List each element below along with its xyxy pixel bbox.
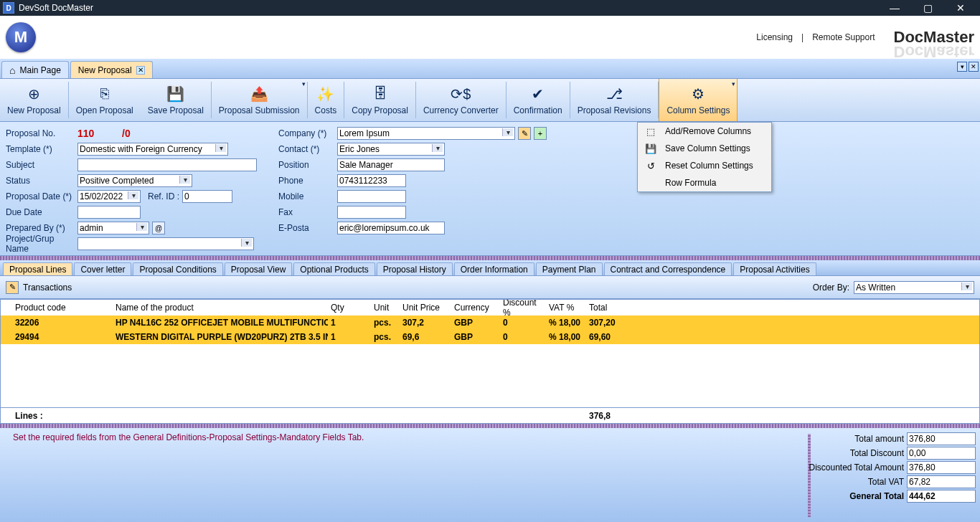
template-label: Template (*) [6,144,75,154]
new-proposal-label: New Proposal [7,105,61,115]
ref-id-input[interactable] [182,190,232,203]
tab-close-icon[interactable]: ✕ [136,66,145,75]
cell-qty: 1 [328,318,371,328]
position-input[interactable] [337,158,445,171]
tab-close-all-button[interactable]: ✕ [969,62,979,72]
subtab-proposal-history[interactable]: Proposal History [377,262,453,275]
subtab-proposal-lines[interactable]: Proposal Lines [3,262,72,275]
general-total-value[interactable] [907,490,976,503]
subtab-payment-plan[interactable]: Payment Plan [536,262,603,275]
transactions-edit-button[interactable]: ✎ [6,281,19,294]
discounted-total-label: Discounted Total Amount [809,462,904,473]
copy-proposal-label: Copy Proposal [352,105,408,115]
header-vat[interactable]: VAT % [546,303,586,313]
status-label: Status [6,176,75,186]
phone-input[interactable] [337,174,406,187]
header-currency[interactable]: Currency [451,303,500,313]
order-by-label: Order By: [813,283,849,293]
revisions-label: Proposal Revisions [578,105,651,115]
proposal-date-input[interactable]: 15/02/2022 [77,190,141,203]
order-by-select[interactable]: As Written [854,281,974,294]
tab-new-proposal-label: New Proposal [78,65,132,75]
subtab-cover-letter[interactable]: Cover letter [74,262,131,275]
header-product-code[interactable]: Product code [12,303,113,313]
company-select[interactable]: Lorem Ipsum [337,127,515,140]
due-date-label: Due Date [6,207,75,217]
maximize-button[interactable]: ▢ [911,0,944,16]
table-row[interactable]: 29494 WESTERN DIGITAL PURPLE (WD20PURZ) … [1,330,979,344]
save-icon: 💾 [644,143,658,154]
menu-reset-column-settings[interactable]: ↺ Reset Column Settings [638,157,771,174]
cell-unit: pcs. [371,332,400,342]
header-unit-price[interactable]: Unit Price [400,303,451,313]
titlebar: D DevSoft DocMaster — ▢ ✕ [0,0,980,16]
mobile-input[interactable] [337,190,406,203]
minimize-button[interactable]: — [878,0,911,16]
cell-qty: 1 [328,332,371,342]
open-proposal-button[interactable]: ⎘ Open Proposal [69,79,141,121]
new-proposal-button[interactable]: ⊕ New Proposal [0,79,68,121]
prepared-by-email-button[interactable]: @ [152,222,165,234]
tab-dropdown-button[interactable]: ▾ [957,62,967,72]
cell-discount: 0 [500,332,546,342]
phone-label: Phone [278,176,334,186]
fax-input[interactable] [337,206,406,219]
cell-currency: GBP [451,332,500,342]
header-unit[interactable]: Unit [371,303,400,313]
menu-row-formula[interactable]: Row Formula [638,174,771,191]
subtab-contract-correspondence[interactable]: Contract and Correspondence [604,262,732,275]
prepared-by-label: Prepared By (*) [6,223,75,233]
contact-select[interactable]: Eric Jones [337,143,445,156]
currency-converter-button[interactable]: ⟳$ Currency Converter [416,79,506,121]
subtab-proposal-activities[interactable]: Proposal Activities [733,262,816,275]
save-proposal-label: Save Proposal [148,105,204,115]
menu-reset-label: Reset Column Settings [665,161,753,171]
project-group-select[interactable] [77,237,254,250]
costs-button[interactable]: ✨ Costs [308,79,344,121]
menu-add-remove-label: Add/Remove Columns [665,126,751,136]
subtab-proposal-view[interactable]: Proposal View [225,262,293,275]
licensing-link[interactable]: Licensing [752,32,797,42]
proposal-revisions-button[interactable]: ⎇ Proposal Revisions [570,79,659,121]
tab-new-proposal[interactable]: New Proposal ✕ [70,61,153,78]
remote-support-link[interactable]: Remote Support [808,32,879,42]
total-discount-value[interactable] [907,447,976,460]
close-button[interactable]: ✕ [944,0,977,16]
copy-proposal-button[interactable]: 🗄 Copy Proposal [344,79,415,121]
cell-total: 69,60 [586,332,644,342]
header-qty[interactable]: Qty [328,303,371,313]
subtab-optional-products[interactable]: Optional Products [293,262,374,275]
prepared-by-select[interactable]: admin [77,222,149,234]
table-row[interactable]: 32206 HP N4L16C 252 OFFICEJET MOBILE MUL… [1,315,979,330]
header-name[interactable]: Name of the product [113,303,328,313]
subject-input[interactable] [77,158,257,171]
header-total[interactable]: Total [586,303,644,313]
column-settings-button[interactable]: ⚙ Column Settings ▾ [659,79,738,121]
tab-main-page[interactable]: ⌂ Main Page [1,61,69,78]
menu-save-column-settings[interactable]: 💾 Save Column Settings [638,140,771,157]
discounted-total-value[interactable] [907,461,976,474]
due-date-input[interactable] [77,206,141,219]
proposal-submission-button[interactable]: 📤 Proposal Submission ▾ [212,79,307,121]
total-vat-value[interactable] [907,475,976,488]
open-icon: ⎘ [100,85,109,103]
total-amount-value[interactable] [907,432,976,445]
subtab-order-information[interactable]: Order Information [454,262,534,275]
reset-icon: ↺ [644,161,658,171]
chevron-down-icon: ▾ [732,80,735,87]
column-settings-menu: ⬚ Add/Remove Columns 💾 Save Column Setti… [637,122,772,192]
eposta-input[interactable] [337,222,445,234]
company-add-button[interactable]: + [534,127,547,140]
subtab-proposal-conditions[interactable]: Proposal Conditions [133,262,222,275]
menu-add-remove-columns[interactable]: ⬚ Add/Remove Columns [638,123,771,140]
template-select[interactable]: Domestic with Foreign Currency [77,143,228,156]
header-discount[interactable]: Discount % [500,299,546,318]
app-icon: D [3,2,14,14]
confirmation-button[interactable]: ✔ Confirmation [507,79,570,121]
company-edit-button[interactable]: ✎ [518,127,531,140]
save-proposal-button[interactable]: 💾 Save Proposal [141,79,211,121]
status-select[interactable]: Positive Completed [77,174,192,187]
total-discount-label: Total Discount [850,448,904,458]
transactions-label[interactable]: Transactions [23,283,72,293]
currency-label: Currency Converter [423,105,499,115]
